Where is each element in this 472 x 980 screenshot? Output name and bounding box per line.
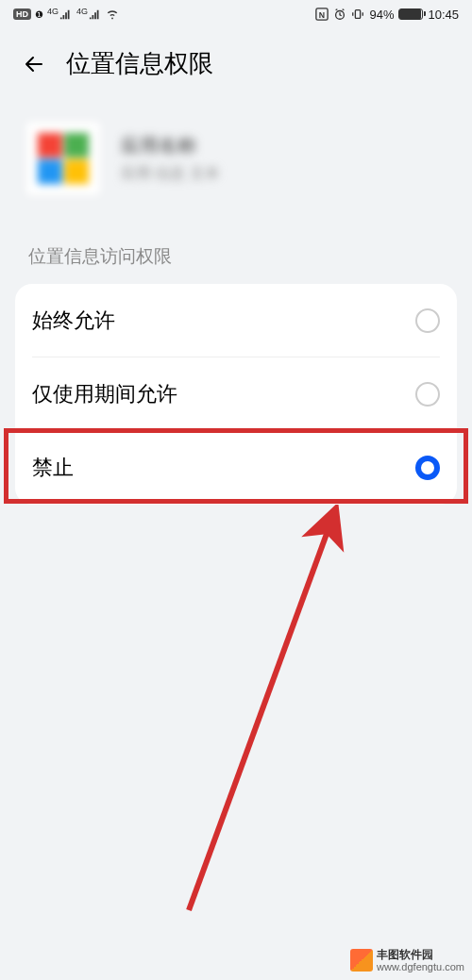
svg-text:N: N: [319, 10, 325, 20]
signal-bars-icon: [59, 8, 73, 21]
header: 位置信息权限: [0, 28, 472, 103]
radio-icon-selected: [415, 456, 440, 480]
option-while-using[interactable]: 仅使用期间允许: [15, 357, 457, 431]
svg-line-4: [189, 523, 330, 910]
status-left: HD ❶ 4G 4G: [13, 8, 119, 21]
sim1-icon: ❶: [35, 9, 43, 20]
radio-icon: [415, 382, 440, 407]
app-info-section: 应用名称 应用 信息 文本: [0, 103, 472, 224]
app-subtitle: 应用 信息 文本: [121, 164, 220, 184]
status-bar: HD ❶ 4G 4G N 94% 10:45: [0, 0, 472, 28]
watermark-logo: [350, 949, 373, 972]
option-label: 禁止: [32, 454, 74, 482]
section-label: 位置信息访问权限: [0, 224, 472, 284]
page-title: 位置信息权限: [66, 47, 213, 80]
app-name: 应用名称: [121, 133, 220, 158]
annotation-arrow: [165, 505, 354, 920]
option-label: 始终允许: [32, 307, 115, 335]
radio-icon: [415, 308, 440, 333]
svg-rect-3: [356, 10, 361, 19]
nfc-icon: N: [315, 8, 329, 21]
hd-badge: HD: [13, 8, 31, 20]
vibrate-icon: [351, 8, 364, 21]
options-card: 始终允许 仅使用期间允许 禁止: [15, 284, 457, 505]
signal-group-1: 4G: [47, 8, 73, 21]
app-icon: [26, 122, 100, 195]
arrow-left-icon: [23, 52, 45, 76]
signal-bars-icon: [89, 8, 102, 21]
battery-percent: 94%: [369, 8, 394, 22]
battery-icon: [398, 8, 423, 20]
back-button[interactable]: [23, 53, 45, 75]
option-always-allow[interactable]: 始终允许: [15, 284, 457, 357]
watermark-url: www.dgfengtu.com: [377, 961, 464, 972]
option-deny[interactable]: 禁止: [15, 431, 457, 505]
option-label: 仅使用期间允许: [32, 380, 177, 408]
watermark-title: 丰图软件园: [377, 949, 464, 961]
alarm-icon: [333, 8, 346, 21]
watermark: 丰图软件园 www.dgfengtu.com: [346, 945, 468, 976]
wifi-icon: [106, 8, 119, 21]
app-text-info: 应用名称 应用 信息 文本: [121, 133, 220, 184]
signal-group-2: 4G: [76, 8, 102, 21]
status-right: N 94% 10:45: [315, 8, 459, 22]
clock: 10:45: [428, 8, 459, 22]
